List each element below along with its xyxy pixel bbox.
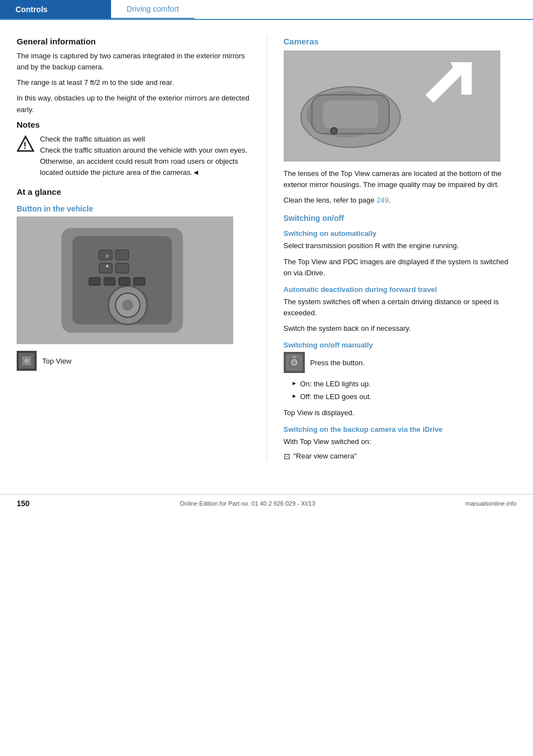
button-panel-svg: ▲ P [17, 216, 233, 344]
warning-triangle-icon: ! [17, 135, 34, 153]
press-button-label: Press the button. [310, 359, 365, 367]
page-footer: 150 Online Edition for Part no. 01 40 2 … [0, 494, 533, 512]
camera-svg [284, 51, 500, 162]
svg-text:!: ! [23, 141, 26, 150]
svg-rect-12 [89, 278, 100, 285]
svg-rect-15 [134, 278, 145, 285]
switching-auto-p2: The Top View and PDC images are displaye… [284, 256, 517, 279]
svg-rect-33 [292, 356, 296, 359]
note-line2: Check the traffic situation around the v… [40, 146, 247, 177]
top-view-icon [17, 351, 37, 371]
top-view-row: Top View [17, 351, 250, 371]
cameras-p2-link[interactable]: 249 [376, 196, 389, 204]
general-info-p1: The image is captured by two cameras int… [17, 51, 250, 73]
backup-camera-title: Switching on the backup camera via the i… [284, 425, 517, 434]
general-info-p2: The range is at least 7 ft/2 m to the si… [17, 77, 250, 88]
page-header: Controls Driving comfort [0, 0, 533, 20]
main-content: General information The image is capture… [0, 20, 533, 472]
warning-block: ! Check the traffic situation as well Ch… [17, 134, 250, 179]
button-vehicle-title: Button in the vehicle [17, 204, 250, 213]
led-list: On: the LED lights up. Off: the LED goes… [284, 379, 517, 402]
page-number: 150 [17, 499, 29, 508]
rear-cam-icon: ⊡ [284, 452, 290, 461]
camera-image-wrapper [284, 51, 500, 162]
notes-title: Notes [17, 120, 250, 129]
rear-camera-row: ⊡ "Rear view camera" [284, 452, 517, 461]
left-column: General information The image is capture… [17, 37, 250, 461]
off-led-item: Off: the LED goes out. [293, 391, 517, 402]
backup-camera-p1: With Top View switched on: [284, 436, 517, 447]
note-line1: Check the traffic situation as well [40, 135, 145, 143]
cameras-p2-prefix: Clean the lens, refer to page [284, 196, 377, 204]
button-image-wrapper: ▲ P [17, 216, 233, 344]
general-info-p3: In this way, obstacles up to the height … [17, 93, 250, 115]
rear-view-label: "Rear view camera" [294, 452, 357, 460]
controls-tab[interactable]: Controls [0, 0, 111, 19]
svg-rect-9 [115, 250, 129, 260]
svg-rect-13 [104, 278, 115, 285]
at-glance-section: At a glance Button in the vehicle [17, 187, 250, 371]
top-view-label: Top View [42, 357, 72, 365]
controls-label: Controls [16, 5, 48, 14]
svg-text:P: P [105, 254, 109, 259]
idrive-button-icon [284, 352, 305, 373]
svg-point-21 [24, 359, 29, 363]
top-view-displayed: Top View is displayed. [284, 407, 517, 419]
column-divider [266, 37, 267, 461]
cameras-p2: Clean the lens, refer to page 249. [284, 195, 517, 206]
right-column: Cameras The lenses of the [284, 37, 517, 461]
auto-deactivation-p1: The system switches off when a certain d… [284, 296, 517, 319]
svg-text:▲: ▲ [105, 263, 110, 268]
cameras-title: Cameras [284, 37, 517, 46]
switching-title: Switching on/off [284, 214, 517, 223]
auto-deactivation-p2: Switch the system back on if necessary. [284, 323, 517, 334]
svg-rect-14 [119, 278, 130, 285]
cameras-p2-suffix: . [389, 196, 391, 204]
press-button-row: Press the button. [284, 352, 517, 373]
switching-auto-p1: Select transmission position R with the … [284, 240, 517, 251]
switching-manual-title: Switching on/off manually [284, 341, 517, 349]
edition-text: Online Edition for Part no. 01 40 2 926 … [180, 500, 315, 507]
button-vehicle-image: ▲ P [17, 216, 233, 344]
svg-rect-11 [115, 263, 129, 273]
switching-auto-title: Switching on automatically [284, 229, 517, 238]
footer-logo: manualsonline.info [465, 500, 516, 507]
camera-image [284, 51, 500, 162]
on-led-item: On: the LED lights up. [293, 379, 517, 390]
svg-rect-26 [323, 100, 378, 128]
cameras-p1: The lenses of the Top View cameras are l… [284, 168, 517, 190]
svg-point-7 [122, 300, 133, 311]
notes-section: Notes ! Check the traffic situation as w… [17, 120, 250, 179]
driving-comfort-tab[interactable]: Driving comfort [111, 0, 194, 19]
svg-point-32 [293, 361, 296, 364]
general-info-title: General information [17, 37, 250, 46]
svg-point-27 [330, 128, 337, 134]
driving-comfort-label: Driving comfort [127, 4, 179, 13]
at-glance-title: At a glance [17, 187, 250, 196]
note-text: Check the traffic situation as well Chec… [40, 134, 250, 179]
auto-deactivation-title: Automatic deactivation during forward tr… [284, 285, 517, 294]
